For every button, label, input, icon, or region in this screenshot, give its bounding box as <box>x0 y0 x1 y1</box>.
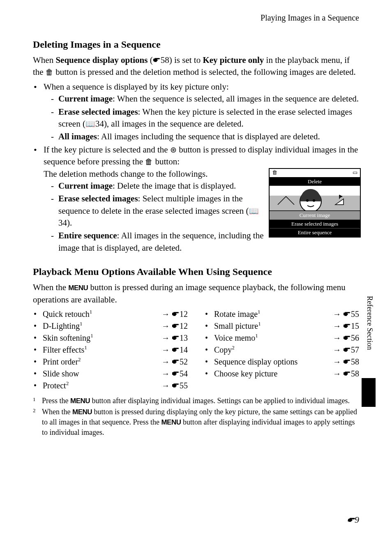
menu-item-label: Copy2 <box>214 344 333 356</box>
txt: Press the <box>42 397 70 405</box>
menu-item-label: Slide show <box>43 368 161 380</box>
section2-intro: When the MENU button is pressed during a… <box>33 282 359 306</box>
menu-item-label: Rotate image1 <box>214 308 333 320</box>
menu-col-1: •Quick retouch1→ 🖝12•D-Lighting1→ 🖝12•Sk… <box>33 308 188 392</box>
bullet-dot: • <box>33 308 43 320</box>
label: Current image <box>58 94 113 104</box>
page-number: 🖝9 <box>347 515 359 525</box>
sub-item: Current image: When the sequence is sele… <box>51 93 359 105</box>
bullet-item: If the key picture is selected and the ⊛… <box>33 144 359 254</box>
section2-title: Playback Menu Options Available When Usi… <box>33 266 359 277</box>
menu-item: •Quick retouch1→ 🖝12 <box>33 308 188 320</box>
opt-name: Sequence display options <box>55 55 148 65</box>
thumb-tab <box>362 378 376 407</box>
txt: : All images including the sequence that… <box>97 132 320 141</box>
bullet-dot: • <box>204 332 214 344</box>
ref-icon: 🖝 <box>153 56 161 65</box>
menu-item-label: Filter effects1 <box>43 344 161 356</box>
page-ref: → 🖝54 <box>161 368 188 380</box>
menu-icon: MENU <box>70 397 90 405</box>
txt: : Delete the image that is displayed. <box>113 181 236 191</box>
running-head: Playing Images in a Sequence <box>33 13 359 23</box>
menu-item: •D-Lighting1→ 🖝12 <box>33 320 188 332</box>
section1-intro: When Sequence display options (🖝58) is s… <box>33 54 359 78</box>
txt: When the <box>42 408 72 416</box>
menu-item: •Skin softening1→ 🖝13 <box>33 332 188 344</box>
footnote-ref: 1 <box>90 309 92 315</box>
txt: button: <box>153 157 180 166</box>
label: Entire sequence <box>58 231 117 240</box>
bullet-item: When a sequence is displayed by its key … <box>33 81 359 143</box>
bullet-dot: • <box>33 320 43 332</box>
page-ref: → 🖝58 <box>333 356 359 368</box>
opt-name: Key picture only <box>203 55 264 65</box>
footnote-ref: 1 <box>258 309 261 315</box>
menu-item-label: Quick retouch1 <box>43 308 161 320</box>
txt: 58) is set to <box>161 55 203 65</box>
footnote-ref: 1 <box>255 332 258 339</box>
menu-icon: MENU <box>68 284 88 292</box>
bullet-dot: • <box>204 320 214 332</box>
bullet-dot: • <box>204 344 214 356</box>
page-ref: → 🖝13 <box>161 332 188 344</box>
menu-col-2: •Rotate image1→ 🖝55•Small picture1→ 🖝15•… <box>204 308 359 392</box>
txt: The deletion methods change to the follo… <box>44 169 208 179</box>
menu-item-label: D-Lighting1 <box>43 320 161 332</box>
bullet-dot: • <box>204 356 214 368</box>
menu-icon: MENU <box>161 418 181 426</box>
bullet-dot: • <box>204 368 214 380</box>
menu-options: •Quick retouch1→ 🖝12•D-Lighting1→ 🖝12•Sk… <box>33 308 359 392</box>
footnote-1: 1 Press the MENU button after displaying… <box>33 396 359 406</box>
menu-item-label: Sequence display options <box>214 356 333 368</box>
footnote-ref: 1 <box>90 332 93 339</box>
label: Current image <box>58 181 113 191</box>
page-ref: → 🖝55 <box>161 380 188 392</box>
menu-icon: MENU <box>72 408 92 416</box>
menu-item: •Copy2→ 🖝57 <box>204 344 359 356</box>
footnote-ref: 2 <box>78 356 81 362</box>
trash-icon: 🗑 <box>46 68 53 76</box>
bullet-dot: • <box>33 332 43 344</box>
trash-icon: 🗑 <box>145 157 153 166</box>
txt: When a sequence is displayed by its key … <box>44 82 229 92</box>
side-tab: Reference Section <box>365 296 374 350</box>
menu-item: •Print order2→ 🖝52 <box>33 356 188 368</box>
page-ref: → 🖝55 <box>333 308 359 320</box>
page-ref: → 🖝57 <box>333 344 359 356</box>
bullet-dot: • <box>33 356 43 368</box>
trash-icon: 🗑 <box>272 169 277 176</box>
menu-item: •Slide show→ 🖝54 <box>33 368 188 380</box>
bullet-dot: • <box>33 380 43 392</box>
menu-item-label: Print order2 <box>43 356 161 368</box>
page-ref: → 🖝12 <box>161 308 188 320</box>
bullet-dot: • <box>33 368 43 380</box>
page-ref: → 🖝52 <box>161 356 188 368</box>
bullet-dot: • <box>204 308 214 320</box>
menu-item: •Sequence display options→ 🖝58 <box>204 356 359 368</box>
menu-item-label: Skin softening1 <box>43 332 161 344</box>
book-icon: 📖 <box>249 207 259 215</box>
sub-item: Erase selected images: When the key pict… <box>51 106 359 130</box>
page-ref: → 🖝15 <box>333 320 359 332</box>
txt: When the <box>33 282 68 292</box>
menu-item-label: Voice memo1 <box>214 332 333 344</box>
sub-item: Current image: Delete the image that is … <box>51 180 359 192</box>
txt: button is pressed and the deletion metho… <box>53 67 356 77</box>
txt: If the key picture is selected and the <box>44 145 170 155</box>
menu-item-label: Choose key picture <box>214 368 333 380</box>
label: All images <box>58 132 97 141</box>
txt: button after displaying individual image… <box>90 397 350 405</box>
page-ref: → 🖝58 <box>333 368 359 380</box>
battery-icon: ▭ <box>353 169 357 176</box>
menu-item: •Voice memo1→ 🖝56 <box>204 332 359 344</box>
sub-item: All images: All images including the seq… <box>51 131 359 143</box>
menu-item: •Protect2→ 🖝55 <box>33 380 188 392</box>
page-ref: → 🖝12 <box>161 320 188 332</box>
ref-icon: 🖝 <box>347 516 355 524</box>
txt: 34), all images in the sequence are dele… <box>95 119 244 129</box>
menu-item: •Small picture1→ 🖝15 <box>204 320 359 332</box>
label: Erase selected images <box>58 194 138 203</box>
section1-title: Deleting Images in a Sequence <box>33 39 359 50</box>
footnote-ref: 2 <box>232 344 235 351</box>
footnote-ref: 1 <box>258 321 261 327</box>
